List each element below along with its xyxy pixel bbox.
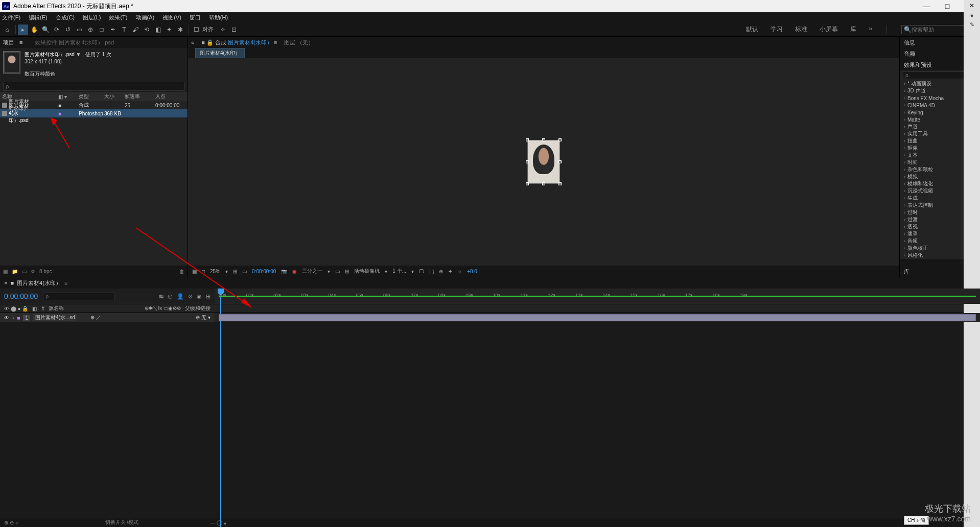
col-fps[interactable]: 帧速率 bbox=[125, 93, 155, 100]
camera-tool-icon[interactable]: ▭ bbox=[74, 25, 84, 35]
close-comp-icon[interactable]: × bbox=[4, 280, 7, 286]
zoom-dropdown[interactable]: 25% bbox=[210, 269, 220, 274]
comp-tab-name[interactable]: 图片素材4(水印） bbox=[228, 39, 272, 45]
timeline-tab-name[interactable]: 图片素材4(水印） bbox=[17, 279, 61, 287]
brush-tool-icon[interactable]: 🖌 bbox=[130, 25, 141, 35]
workspace-standard[interactable]: 标准 bbox=[795, 25, 807, 34]
workspace-default[interactable]: 默认 bbox=[746, 25, 758, 34]
trash-icon[interactable]: 🗑 bbox=[179, 269, 184, 274]
text-tool-icon[interactable]: T bbox=[119, 25, 129, 35]
orbit-tool-icon[interactable]: ⟳ bbox=[52, 25, 62, 35]
table-row[interactable]: 图片素材4(水印）.psd ■ Photoshop 368 KB bbox=[0, 109, 188, 117]
new-comp-icon[interactable]: ▭ bbox=[22, 269, 27, 274]
visibility-col-icon[interactable]: 👁 ⬤ ● 🔒 bbox=[4, 306, 28, 312]
timeline-search-input[interactable] bbox=[43, 293, 114, 300]
resolution-dropdown[interactable]: 三分之一 bbox=[302, 268, 322, 275]
workspace-learn[interactable]: 学习 bbox=[771, 25, 783, 34]
tl-icon4[interactable]: ⊘ bbox=[188, 293, 193, 300]
toggle-switches-button[interactable]: 切换开关 /模式 bbox=[105, 519, 139, 526]
work-area-bar[interactable] bbox=[219, 296, 976, 297]
project-tab[interactable]: 项目 bbox=[3, 39, 14, 46]
full-res-icon[interactable]: ⊞ bbox=[233, 269, 237, 274]
handle-lc[interactable] bbox=[526, 160, 529, 163]
bpc-button[interactable]: 8 bpc bbox=[39, 269, 52, 274]
layer-name[interactable]: 图片素材4(水...sd bbox=[33, 314, 77, 321]
snap-checkbox-icon[interactable]: ☐ bbox=[191, 25, 201, 35]
misc-icon2[interactable]: ⬚ bbox=[429, 269, 434, 274]
timeline-time-display[interactable]: 0:00:00:00 bbox=[4, 292, 38, 300]
selection-tool-icon[interactable]: ▸ bbox=[18, 25, 28, 35]
col-in[interactable]: 入点 bbox=[155, 93, 176, 100]
handle-br[interactable] bbox=[558, 182, 562, 185]
views-dropdown[interactable]: 1 个... bbox=[392, 268, 406, 275]
visibility-toggle[interactable]: 👁 bbox=[4, 315, 9, 321]
menu-animation[interactable]: 动画(A) bbox=[136, 14, 155, 21]
handle-bl[interactable] bbox=[526, 182, 529, 185]
snap-option1-icon[interactable]: ✧ bbox=[218, 25, 228, 35]
project-search-input[interactable] bbox=[3, 82, 184, 91]
col-size[interactable]: 大小 bbox=[104, 93, 125, 100]
col-type[interactable]: 类型 bbox=[79, 93, 104, 100]
comp-nav-icon[interactable]: « bbox=[191, 39, 194, 45]
anchor-tool-icon[interactable]: ⊕ bbox=[85, 25, 96, 35]
layer-bounding-box[interactable] bbox=[527, 140, 560, 184]
handle-tc[interactable] bbox=[542, 138, 545, 141]
region-icon[interactable]: ▭ bbox=[335, 269, 340, 274]
channel-icon[interactable]: ◉ bbox=[292, 269, 297, 274]
viewer-time[interactable]: 0:00:00:00 bbox=[252, 269, 276, 274]
layer-tab[interactable]: 图层 （无） bbox=[284, 39, 314, 46]
interpret-icon[interactable]: ▦ bbox=[3, 269, 8, 274]
maximize-button[interactable]: □ bbox=[937, 0, 958, 12]
menu-file[interactable]: 文件(F) bbox=[2, 14, 20, 21]
misc-icon3[interactable]: ⊕ bbox=[439, 269, 443, 274]
misc-icon1[interactable]: 🖵 bbox=[419, 269, 424, 274]
help-search-input[interactable] bbox=[912, 27, 968, 33]
external-close-icon[interactable]: ✕ bbox=[969, 2, 974, 9]
workspace-more-icon[interactable]: » bbox=[869, 25, 872, 34]
grid-icon[interactable]: ▦ bbox=[192, 269, 197, 274]
menu-window[interactable]: 窗口 bbox=[190, 14, 201, 21]
chevron-down-icon[interactable]: ▾ bbox=[225, 269, 228, 274]
tl-icon1[interactable]: ↹ bbox=[159, 293, 164, 300]
eraser-tool-icon[interactable]: ◧ bbox=[153, 25, 163, 35]
roto-tool-icon[interactable]: ✦ bbox=[164, 25, 174, 35]
motion-blur-icon[interactable]: ◉ bbox=[197, 293, 202, 300]
handle-tr[interactable] bbox=[558, 138, 562, 141]
shy-icon[interactable]: 👤 bbox=[177, 293, 184, 300]
camera-dropdown[interactable]: 活动摄像机 bbox=[354, 268, 380, 275]
exposure-icon[interactable]: ☼ bbox=[457, 269, 462, 274]
guides-icon[interactable]: ⊞ bbox=[345, 269, 349, 274]
handle-rc[interactable] bbox=[558, 160, 562, 163]
zoom-out-icon[interactable]: — ◯ ▴ bbox=[210, 520, 226, 525]
menu-view[interactable]: 视图(V) bbox=[162, 14, 181, 21]
zoom-tool-icon[interactable]: 🔍 bbox=[40, 25, 51, 35]
layer-duration-bar[interactable] bbox=[219, 314, 976, 321]
home-icon[interactable]: ⌂ bbox=[2, 25, 12, 35]
menu-edit[interactable]: 编辑(E) bbox=[29, 14, 48, 21]
effect-controls-tab[interactable]: 效果控件 图片素材4(水印）.psd bbox=[35, 39, 114, 46]
timeline-body[interactable] bbox=[0, 322, 980, 518]
menu-layer[interactable]: 图层(L) bbox=[83, 14, 101, 21]
col-tag[interactable]: ◧ ▾ bbox=[58, 94, 79, 100]
timeline-layer-row[interactable]: 👁 › ■ 1 图片素材4(水...sd ⊕ ／ ⊚ 无 ▾ bbox=[0, 313, 980, 322]
exposure-value[interactable]: +0.0 bbox=[467, 269, 477, 274]
graph-editor-icon[interactable]: ⊞ bbox=[206, 293, 211, 300]
menu-composition[interactable]: 合成(C) bbox=[56, 14, 75, 21]
source-name-col[interactable]: 源名称 bbox=[49, 305, 64, 312]
tl-footer-icon1[interactable]: ⊕ ⊖ ⟐ bbox=[4, 520, 18, 525]
transparency-icon[interactable]: ▭ bbox=[242, 269, 247, 274]
settings-icon[interactable]: ⚙ bbox=[31, 269, 35, 274]
snapshot-icon[interactable]: 📷 bbox=[281, 269, 287, 274]
comp-subtab[interactable]: 图片素材4(水印） bbox=[195, 48, 245, 58]
handle-bc[interactable] bbox=[542, 182, 545, 185]
composition-viewer[interactable] bbox=[188, 58, 899, 266]
help-search[interactable]: 🔍 bbox=[901, 25, 973, 34]
hand-tool-icon[interactable]: ✋ bbox=[29, 25, 39, 35]
handle-tl[interactable] bbox=[526, 138, 529, 141]
project-tab-menu-icon[interactable]: ≡ bbox=[19, 39, 22, 45]
parent-value[interactable]: 无 bbox=[201, 315, 206, 320]
mask-icon[interactable]: □ bbox=[202, 269, 205, 274]
snap-option2-icon[interactable]: ⊡ bbox=[229, 25, 239, 35]
shape-tool-icon[interactable]: □ bbox=[97, 25, 107, 35]
minimize-button[interactable]: — bbox=[917, 0, 937, 12]
